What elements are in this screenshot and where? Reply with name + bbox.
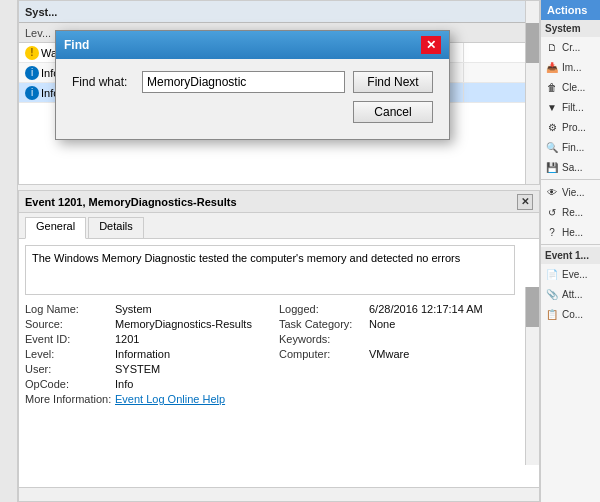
find-dialog-buttons: Cancel (72, 101, 433, 127)
find-dialog: Find ✕ Find what: Find Next Cancel (55, 30, 450, 140)
find-dialog-titlebar: Find ✕ (56, 31, 449, 59)
find-dialog-overlay: Find ✕ Find what: Find Next Cancel (0, 0, 600, 502)
find-what-input[interactable] (142, 71, 345, 93)
find-dialog-title: Find (64, 38, 89, 52)
find-dialog-body: Find what: Find Next Cancel (56, 59, 449, 139)
find-next-button[interactable]: Find Next (353, 71, 433, 93)
find-dialog-close-button[interactable]: ✕ (421, 36, 441, 54)
find-what-label: Find what: (72, 75, 142, 89)
find-what-row: Find what: Find Next (72, 71, 433, 93)
cancel-button[interactable]: Cancel (353, 101, 433, 123)
